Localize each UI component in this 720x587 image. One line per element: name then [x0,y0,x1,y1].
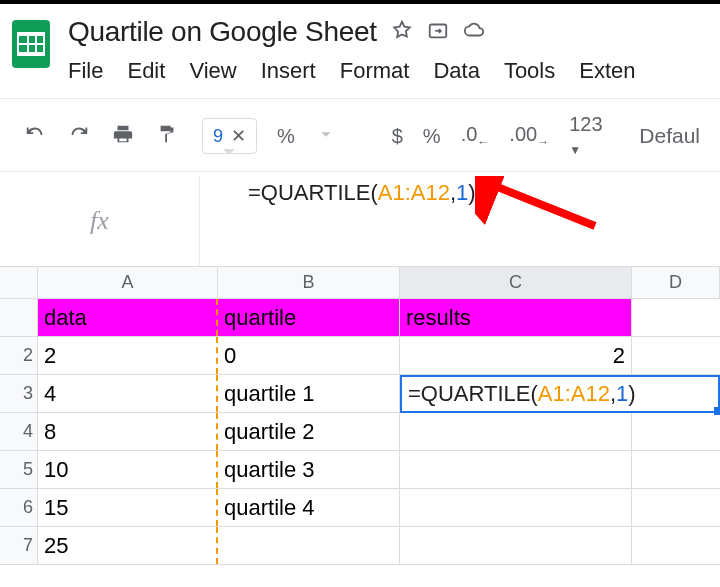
menu-edit[interactable]: Edit [127,58,165,84]
star-icon[interactable] [391,19,413,45]
cell-b4[interactable]: quartile 2 [218,413,400,450]
af-range: A1:A12 [538,381,610,407]
active-cell-c3[interactable]: =QUARTILE(A1:A12,1) [400,375,720,413]
cell-a6[interactable]: 15 [38,489,218,526]
menu-view[interactable]: View [189,58,236,84]
af-close: ) [628,381,635,407]
cell-b2[interactable]: 0 [218,337,400,374]
column-header-c[interactable]: C [400,267,632,298]
menu-data[interactable]: Data [433,58,479,84]
cloud-status-icon[interactable] [463,19,485,45]
cell-a3[interactable]: 4 [38,375,218,412]
cell-d6[interactable] [632,489,720,526]
formula-bar[interactable]: =QUARTILE(A1:A12,1) [200,176,476,206]
cell-b7[interactable] [218,527,400,564]
cell-c2[interactable]: 2 [400,337,632,374]
cell-d2[interactable] [632,337,720,374]
paste-preview-chip[interactable]: 9 ✕ [202,118,257,154]
format-dropdown-icon[interactable] [315,123,337,150]
cell-c7[interactable] [400,527,632,564]
fx-open: ( [370,180,377,205]
column-header-d[interactable]: D [632,267,720,298]
font-selector[interactable]: Defaul [639,124,700,148]
row-header-3[interactable]: 3 [0,375,38,412]
paint-format-icon[interactable] [156,123,178,150]
af-arg: 1 [616,381,628,407]
row-header-4[interactable]: 4 [0,413,38,450]
row-header-5[interactable]: 5 [0,451,38,488]
cell-b1[interactable]: quartile [218,299,400,336]
cell-d7[interactable] [632,527,720,564]
row-header-2[interactable]: 2 [0,337,38,374]
column-header-a[interactable]: A [38,267,218,298]
menu-format[interactable]: Format [340,58,410,84]
cell-c1[interactable]: results [400,299,632,336]
move-folder-icon[interactable] [427,19,449,45]
spreadsheet-grid[interactable]: A B C D data quartile results 2 2 0 2 3 … [0,267,720,565]
row-header-1[interactable] [0,299,38,336]
af-eq: = [408,381,421,407]
row-header-7[interactable]: 7 [0,527,38,564]
menu-file[interactable]: File [68,58,103,84]
close-chip-icon[interactable]: ✕ [231,125,246,147]
annotation-arrow-icon [475,176,605,236]
decrease-decimal-button[interactable]: .0← [461,123,490,149]
column-header-b[interactable]: B [218,267,400,298]
print-icon[interactable] [112,123,134,150]
fx-range: A1:A12 [378,180,450,205]
increase-decimal-button[interactable]: .00→ [509,123,549,149]
af-fn: QUARTILE [421,381,531,407]
cell-d4[interactable] [632,413,720,450]
redo-icon[interactable] [68,123,90,150]
paste-value: 9 [213,126,223,147]
cell-c4[interactable] [400,413,632,450]
fx-fn: QUARTILE [261,180,371,205]
format-percent-button[interactable]: % [423,125,441,148]
cell-c5[interactable] [400,451,632,488]
cell-d1[interactable] [632,299,720,336]
cell-a4[interactable]: 8 [38,413,218,450]
cell-a7[interactable]: 25 [38,527,218,564]
percent-trunc-icon: % [277,125,295,148]
fill-handle[interactable] [714,407,720,415]
menu-insert[interactable]: Insert [261,58,316,84]
fx-label: fx [0,176,200,266]
fx-arg: 1 [456,180,468,205]
cell-b5[interactable]: quartile 3 [218,451,400,488]
cell-a2[interactable]: 2 [38,337,218,374]
undo-icon[interactable] [24,123,46,150]
menu-extensions[interactable]: Exten [579,58,635,84]
cell-d5[interactable] [632,451,720,488]
cell-a1[interactable]: data [38,299,218,336]
af-open: ( [530,381,537,407]
svg-line-1 [485,182,595,226]
menu-bar: File Edit View Insert Format Data Tools … [68,58,636,84]
row-header-6[interactable]: 6 [0,489,38,526]
cell-b3[interactable]: quartile 1 [218,375,400,412]
format-currency-button[interactable]: $ [392,125,403,148]
menu-tools[interactable]: Tools [504,58,555,84]
sheets-logo-icon[interactable] [12,20,50,68]
number-format-button[interactable]: 123 ▼ [569,113,611,159]
fx-eq: = [248,180,261,205]
toolbar: 9 ✕ % $ % .0← .00→ 123 ▼ Defaul [0,99,720,171]
cell-a5[interactable]: 10 [38,451,218,488]
cell-b6[interactable]: quartile 4 [218,489,400,526]
cell-c6[interactable] [400,489,632,526]
select-all-corner[interactable] [0,267,38,298]
document-title[interactable]: Quartile on Google Sheet [68,16,377,48]
